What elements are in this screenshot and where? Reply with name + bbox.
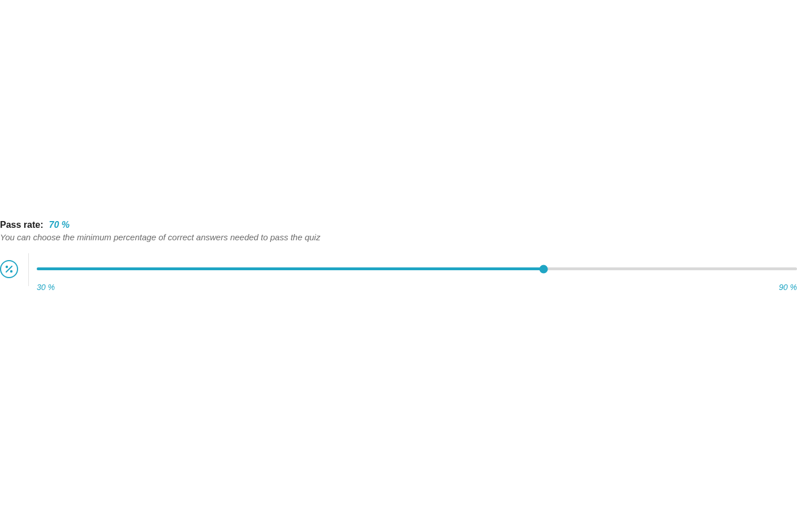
pass-rate-value: 70 % <box>49 220 70 230</box>
svg-point-0 <box>6 266 8 268</box>
svg-point-1 <box>10 270 12 273</box>
pass-rate-slider[interactable] <box>37 267 797 270</box>
slider-min-label: 30 % <box>37 283 55 292</box>
slider-row: 30 % 90 % <box>0 261 797 292</box>
percent-glyph <box>4 264 14 274</box>
vertical-divider <box>28 253 29 286</box>
slider-max-label: 90 % <box>779 283 797 292</box>
pass-rate-label: Pass rate: <box>0 220 44 230</box>
slider-container: 30 % 90 % <box>37 261 797 292</box>
slider-thumb[interactable] <box>540 265 548 273</box>
pass-rate-section: Pass rate: 70 % You can choose the minim… <box>0 220 797 292</box>
slider-labels: 30 % 90 % <box>37 283 797 292</box>
pass-rate-description: You can choose the minimum percentage of… <box>0 232 797 242</box>
pass-rate-header: Pass rate: 70 % <box>0 220 797 230</box>
percent-icon <box>0 260 18 278</box>
icon-wrapper <box>0 261 28 277</box>
slider-fill <box>37 267 544 270</box>
